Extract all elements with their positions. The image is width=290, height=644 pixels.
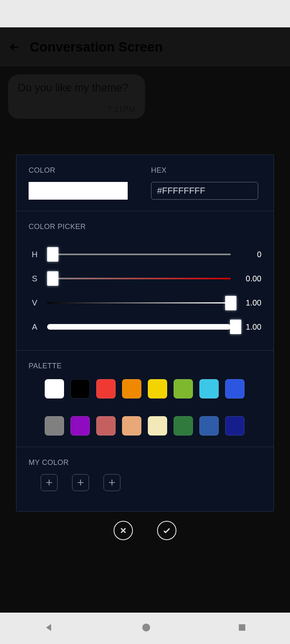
palette-swatch[interactable] xyxy=(96,416,116,436)
color-label: COLOR xyxy=(29,166,139,175)
palette-swatch[interactable] xyxy=(225,379,244,398)
sat-thumb[interactable] xyxy=(47,271,58,286)
palette-swatch[interactable] xyxy=(122,379,141,398)
nav-recent-icon[interactable] xyxy=(237,623,247,634)
palette-swatch[interactable] xyxy=(174,379,193,398)
add-color-slot[interactable]: + xyxy=(72,474,89,491)
cancel-button[interactable] xyxy=(114,521,133,540)
hex-label: HEX xyxy=(151,166,261,175)
svg-rect-1 xyxy=(239,624,245,631)
color-preview-swatch[interactable] xyxy=(29,182,128,200)
nav-bar xyxy=(0,613,290,644)
palette-swatch[interactable] xyxy=(96,379,116,398)
palette-grid xyxy=(45,379,261,436)
sat-letter: S xyxy=(29,274,41,283)
palette-section: PALETTE xyxy=(17,351,273,447)
hue-slider-row: H 0 xyxy=(29,242,261,266)
hue-letter: H xyxy=(29,250,41,259)
alpha-thumb[interactable] xyxy=(230,320,241,334)
palette-swatch[interactable] xyxy=(70,416,90,436)
palette-swatch[interactable] xyxy=(148,379,167,398)
sat-slider[interactable] xyxy=(47,278,231,279)
my-color-section: MY COLOR + + + xyxy=(17,447,273,511)
val-thumb[interactable] xyxy=(225,296,236,310)
nav-back-icon[interactable] xyxy=(43,621,55,635)
palette-label: PALETTE xyxy=(29,362,261,370)
palette-swatch[interactable] xyxy=(45,379,64,398)
sat-value: 0.00 xyxy=(237,274,261,283)
palette-swatch[interactable] xyxy=(225,416,244,436)
color-picker-section: COLOR PICKER H 0 S 0.00 V 1 xyxy=(17,211,273,351)
palette-swatch[interactable] xyxy=(174,416,193,436)
val-slider-row: V 1.00 xyxy=(29,291,261,315)
nav-home-icon[interactable] xyxy=(141,622,151,634)
dialog-actions xyxy=(0,521,290,540)
color-dialog: COLOR HEX #FFFFFFFF COLOR PICKER H 0 S xyxy=(16,155,274,512)
palette-swatch[interactable] xyxy=(199,379,219,398)
palette-swatch[interactable] xyxy=(45,416,64,436)
color-picker-label: COLOR PICKER xyxy=(29,223,261,231)
sat-slider-row: S 0.00 xyxy=(29,266,261,291)
hex-input[interactable]: #FFFFFFFF xyxy=(151,182,258,200)
palette-swatch[interactable] xyxy=(199,416,219,436)
alpha-slider[interactable] xyxy=(47,324,231,330)
hue-slider[interactable] xyxy=(47,254,231,255)
hue-thumb[interactable] xyxy=(47,247,58,262)
palette-swatch[interactable] xyxy=(70,379,90,398)
hue-value: 0 xyxy=(237,250,261,259)
modal-overlay[interactable]: COLOR HEX #FFFFFFFF COLOR PICKER H 0 S xyxy=(0,27,290,613)
val-value: 1.00 xyxy=(237,298,261,308)
svg-point-0 xyxy=(142,623,150,632)
confirm-button[interactable] xyxy=(157,521,176,540)
add-color-slot[interactable]: + xyxy=(104,474,120,491)
val-letter: V xyxy=(29,298,41,308)
my-color-label: MY COLOR xyxy=(29,458,261,467)
add-color-slot[interactable]: + xyxy=(41,474,58,491)
alpha-letter: A xyxy=(29,322,41,332)
palette-swatch[interactable] xyxy=(148,416,167,436)
color-hex-section: COLOR HEX #FFFFFFFF xyxy=(17,155,273,211)
my-color-row: + + + xyxy=(41,474,261,491)
palette-swatch[interactable] xyxy=(122,416,141,436)
val-slider[interactable] xyxy=(47,302,231,303)
status-bar xyxy=(0,0,290,27)
alpha-slider-row: A 1.00 xyxy=(29,315,261,339)
